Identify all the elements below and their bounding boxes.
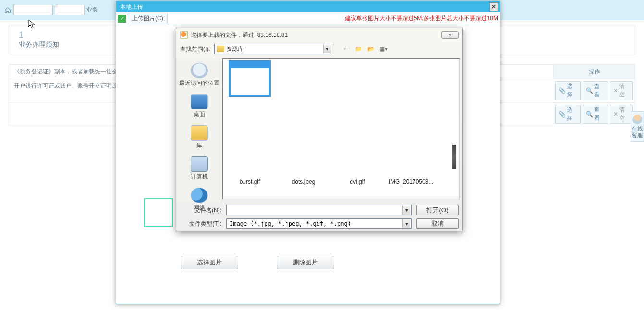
cancel-button[interactable]: 取消 [416, 218, 459, 229]
home-icon[interactable] [4, 6, 12, 14]
up-folder-icon[interactable]: 📁 [354, 45, 363, 53]
computer-icon [191, 156, 208, 172]
sidebar-item-label: 库 [177, 142, 221, 150]
file-name: IMG_20170503... [388, 179, 434, 185]
delete-image-button[interactable]: 删除图片 [277, 256, 334, 269]
file-dialog-title: 选择要上载的文件，通过: 83.16.18.81 [191, 31, 288, 39]
modal-toolbar: ✓ 上传图片(C) 建议单张图片大小不要超过5M,多张图片总大小不要超过10M [116, 12, 500, 25]
row-ops: 📎选择 🔍查看 ✕清空 [553, 103, 635, 126]
ops-header: 操作 [553, 65, 635, 79]
sidebar-item-computer[interactable]: 计算机 [176, 154, 222, 184]
search-icon: 🔍 [586, 111, 593, 118]
filetype-value: Image (*.jpg, *.jpeg, *.gif, *.png) [230, 220, 351, 227]
filename-label: 文件名(N): [180, 206, 221, 215]
sidebar-item-libraries[interactable]: 库 [176, 122, 222, 153]
file-name: dots.jpeg [280, 179, 327, 185]
file-dialog-main: 最近访问的位置 桌面 库 计算机 网络 [176, 58, 462, 202]
back-icon[interactable]: ← [342, 45, 351, 53]
view-button[interactable]: 🔍查看 [583, 105, 608, 124]
view-button[interactable]: 🔍查看 [583, 81, 608, 100]
select-button[interactable]: 📎选择 [555, 105, 581, 124]
close-icon: ✕ [491, 3, 496, 10]
modal-close-button[interactable]: ✕ [489, 2, 498, 11]
file-list[interactable]: burst.gif dots.jpeg dvi.gif IMG_20170503… [222, 58, 460, 199]
dialog-logo-icon [180, 31, 188, 39]
nav-icons: ← 📁 📂 ▦▾ [342, 45, 388, 53]
file-item[interactable]: IMG_20170503... [388, 179, 434, 185]
paperclip-icon: 📎 [559, 111, 566, 118]
sidebar-item-recent[interactable]: 最近访问的位置 [176, 60, 222, 90]
breadcrumb-input-2[interactable] [55, 5, 85, 15]
upload-image-button[interactable]: 上传图片(C) [128, 13, 168, 24]
network-icon [191, 188, 208, 203]
clear-button[interactable]: ✕清空 [610, 81, 633, 100]
filetype-combo[interactable]: Image (*.jpg, *.jpeg, *.gif, *.png) ▾ [226, 218, 412, 229]
file-item[interactable]: burst.gif [227, 179, 273, 185]
file-dialog-titlebar: 选择要上载的文件，通过: 83.16.18.81 ✕ [176, 28, 462, 42]
filename-input[interactable]: ▾ [226, 205, 412, 215]
online-service-widget[interactable]: 在线客服 [631, 111, 644, 142]
file-item[interactable]: dvi.gif [334, 179, 380, 185]
upload-hint: 建议单张图片大小不要超过5M,多张图片总大小不要超过10M [345, 14, 498, 23]
modal-title: 本地上传 [120, 3, 143, 11]
search-icon: 🔍 [586, 87, 593, 94]
chevron-down-icon[interactable]: ▾ [402, 206, 410, 215]
file-dialog-bottom: 文件名(N): ▾ 打开(O) 文件类型(T): Image (*.jpg, *… [176, 202, 462, 232]
desktop-icon [191, 94, 208, 109]
view-menu-icon[interactable]: ▦▾ [379, 45, 388, 53]
paperclip-icon: 📎 [559, 87, 566, 94]
lookin-value: 资源库 [226, 45, 323, 53]
libraries-icon [191, 125, 208, 141]
select-button[interactable]: 📎选择 [555, 81, 581, 100]
chevron-down-icon[interactable]: ▾ [402, 219, 410, 228]
recent-places-icon [191, 63, 208, 78]
lookin-row: 查找范围(I): 资源库 ▾ ← 📁 📂 ▦▾ [176, 42, 462, 58]
chevron-down-icon[interactable]: ▾ [323, 45, 331, 53]
file-thumb-strip [452, 145, 456, 169]
file-name: burst.gif [227, 179, 273, 185]
sidebar-item-label: 桌面 [177, 110, 221, 119]
clear-button[interactable]: ✕清空 [610, 105, 633, 124]
x-icon: ✕ [613, 87, 618, 94]
avatar-icon [632, 115, 642, 124]
file-name: dvi.gif [334, 179, 380, 185]
lookin-label: 查找范围(I): [180, 45, 210, 53]
close-icon: ✕ [448, 33, 452, 38]
sidebar-item-label: 计算机 [177, 173, 221, 181]
row-ops: 📎选择 🔍查看 ✕清空 [553, 79, 635, 102]
lookin-combo[interactable]: 资源库 ▾ [214, 44, 332, 54]
file-thumb [230, 61, 270, 96]
business-label: 业务 [86, 6, 98, 14]
open-button[interactable]: 打开(O) [416, 205, 459, 215]
sidebar-item-desktop[interactable]: 桌面 [176, 91, 222, 121]
side-widget-label: 在线客服 [631, 125, 644, 139]
folder-icon [217, 46, 224, 52]
select-image-button[interactable]: 选择图片 [181, 256, 238, 269]
sidebar-item-label: 最近访问的位置 [177, 79, 221, 87]
file-dialog-close-button[interactable]: ✕ [441, 31, 459, 39]
filetype-label: 文件类型(T): [180, 220, 221, 228]
new-folder-icon[interactable]: 📂 [367, 45, 376, 53]
places-sidebar: 最近访问的位置 桌面 库 计算机 网络 [176, 58, 222, 202]
x-icon: ✕ [613, 111, 618, 118]
modal-titlebar: 本地上传 ✕ [116, 1, 500, 12]
file-item[interactable]: dots.jpeg [280, 179, 327, 185]
check-icon: ✓ [118, 15, 126, 23]
modal-button-row: 选择图片 删除图片 [125, 256, 389, 269]
image-thumbnail[interactable] [144, 198, 173, 227]
file-item[interactable] [227, 61, 273, 98]
file-dialog: 选择要上载的文件，通过: 83.16.18.81 ✕ 查找范围(I): 资源库 … [176, 28, 463, 231]
breadcrumb-input-1[interactable] [13, 5, 53, 15]
